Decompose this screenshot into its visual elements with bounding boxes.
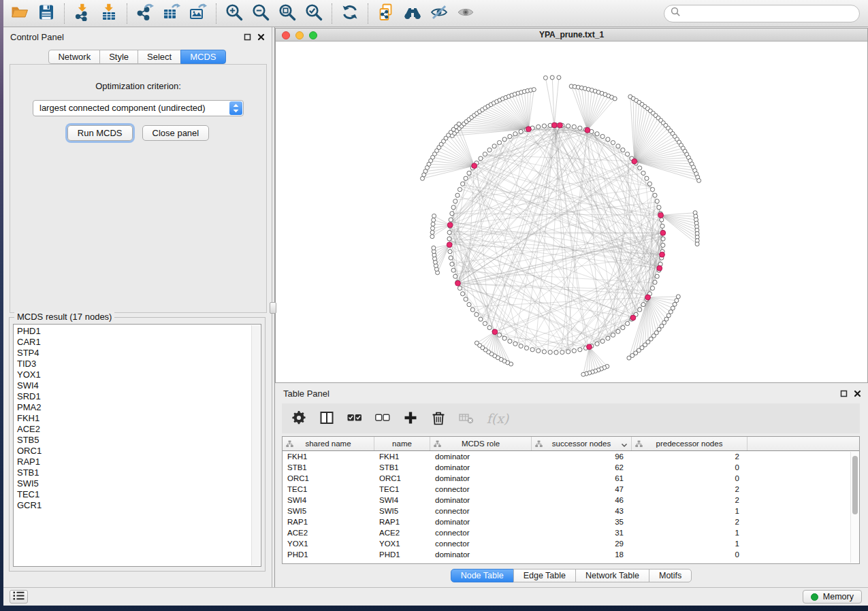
cell[interactable]: dominator <box>430 518 532 526</box>
cell[interactable]: FKH1 <box>283 452 374 461</box>
duplicate-network-button[interactable] <box>375 3 397 24</box>
table-row[interactable]: FKH1FKH1dominator962 <box>283 451 859 462</box>
cell[interactable]: 2 <box>632 496 748 504</box>
cell[interactable]: dominator <box>430 550 532 559</box>
cell[interactable]: 62 <box>532 463 632 472</box>
add-row-button[interactable] <box>402 410 419 427</box>
cell[interactable]: 0 <box>632 463 748 472</box>
cell[interactable]: 1 <box>632 529 748 537</box>
cell[interactable]: 47 <box>532 485 632 493</box>
table-row[interactable]: PHD1PHD1dominator180 <box>283 549 859 560</box>
cell[interactable]: ORC1 <box>283 474 374 482</box>
zoom-selected-button[interactable] <box>303 3 325 24</box>
float-panel-icon[interactable] <box>840 390 848 397</box>
cell[interactable]: TEC1 <box>374 485 430 493</box>
cell[interactable]: SWI4 <box>374 496 430 504</box>
column-header-successor-nodes[interactable]: successor nodes <box>532 437 632 450</box>
network-graph[interactable] <box>276 42 867 382</box>
cell[interactable]: dominator <box>430 474 532 482</box>
cell[interactable]: 18 <box>532 550 632 559</box>
cell[interactable]: connector <box>430 507 532 515</box>
cell[interactable]: FKH1 <box>374 452 430 461</box>
cell[interactable]: 2 <box>632 518 748 526</box>
cell[interactable]: 2 <box>632 485 748 493</box>
tab-select[interactable]: Select <box>138 50 181 64</box>
cell[interactable]: SWI5 <box>374 507 430 515</box>
column-header-name[interactable]: name <box>374 437 430 450</box>
memory-button[interactable]: Memory <box>803 590 862 604</box>
cell[interactable]: 46 <box>532 496 632 504</box>
cell[interactable]: SWI4 <box>283 496 374 504</box>
mcds-result-item[interactable]: FKH1 <box>17 413 261 424</box>
table-scrollbar[interactable] <box>850 452 859 563</box>
mcds-result-item[interactable]: TID3 <box>17 359 261 369</box>
mcds-result-item[interactable]: ORC1 <box>17 446 261 457</box>
mcds-result-item[interactable]: SWI5 <box>17 478 261 489</box>
gear-button[interactable] <box>291 410 307 427</box>
cell[interactable]: ORC1 <box>374 474 430 482</box>
cell[interactable]: connector <box>430 485 532 493</box>
cell[interactable]: 29 <box>532 540 632 548</box>
close-panel-button[interactable]: Close panel <box>142 125 210 141</box>
zoom-out-button[interactable] <box>250 3 272 24</box>
tab-style[interactable]: Style <box>99 50 138 64</box>
cell[interactable]: 2 <box>632 452 748 461</box>
cell[interactable]: YOX1 <box>374 540 430 548</box>
cell[interactable]: RAP1 <box>283 518 374 526</box>
mcds-result-item[interactable]: SRD1 <box>17 391 261 402</box>
close-panel-icon[interactable] <box>257 33 265 41</box>
mcds-result-item[interactable]: CAR1 <box>17 337 261 348</box>
cell[interactable]: 96 <box>532 452 632 461</box>
cell[interactable]: YOX1 <box>283 540 374 548</box>
cell[interactable]: RAP1 <box>374 518 430 526</box>
cell[interactable]: STB1 <box>283 463 374 472</box>
cell[interactable]: ACE2 <box>283 529 374 537</box>
mcds-result-item[interactable]: SWI4 <box>17 380 261 391</box>
table-row[interactable]: ORC1ORC1dominator610 <box>283 473 859 484</box>
cell[interactable]: TEC1 <box>283 485 374 493</box>
cell[interactable]: 1 <box>632 507 748 515</box>
cell[interactable]: 0 <box>632 550 748 559</box>
cell[interactable]: dominator <box>430 452 532 461</box>
delete-row-button[interactable] <box>430 410 447 427</box>
column-header-predecessor-nodes[interactable]: predecessor nodes <box>632 437 748 450</box>
mcds-result-item[interactable]: STB1 <box>17 467 261 478</box>
columns-button[interactable] <box>319 410 335 427</box>
refresh-layout-button[interactable] <box>339 3 361 24</box>
mcds-result-list[interactable]: PHD1CAR1STP4TID3YOX1SWI4SRD1PMA2FKH1ACE2… <box>13 324 261 567</box>
mcds-result-item[interactable]: RAP1 <box>17 457 261 467</box>
mcds-result-item[interactable]: GCR1 <box>17 500 261 511</box>
optimization-dropdown[interactable]: largest connected component (undirected) <box>33 100 244 116</box>
cell[interactable]: connector <box>430 529 532 537</box>
cell[interactable]: 0 <box>632 474 748 482</box>
run-mcds-button[interactable]: Run MCDS <box>67 125 133 141</box>
cell[interactable]: dominator <box>430 496 532 504</box>
column-header-shared-name[interactable]: shared name <box>283 437 374 450</box>
tab-motifs[interactable]: Motifs <box>649 569 692 582</box>
table-row[interactable]: SWI5SWI5connector431 <box>283 506 859 516</box>
import-network-button[interactable] <box>71 3 93 24</box>
list-scrollbar[interactable] <box>251 325 260 565</box>
show-graphics-button[interactable] <box>455 3 477 24</box>
cell[interactable]: PHD1 <box>374 550 430 559</box>
mcds-result-item[interactable]: PMA2 <box>17 402 261 413</box>
table-row[interactable]: SWI4SWI4dominator462 <box>283 495 859 506</box>
cell[interactable]: 61 <box>532 474 632 482</box>
export-image-button[interactable] <box>187 3 209 24</box>
scrollbar-thumb[interactable] <box>852 456 858 514</box>
hide-graphics-button[interactable] <box>428 3 450 24</box>
tab-network[interactable]: Network <box>48 50 100 64</box>
birdseye-button[interactable] <box>402 3 423 24</box>
close-panel-icon[interactable] <box>854 390 861 397</box>
zoom-in-button[interactable] <box>223 3 245 24</box>
tab-mcds[interactable]: MCDS <box>180 50 225 64</box>
cell[interactable]: 1 <box>632 540 748 548</box>
select-all-button[interactable] <box>347 410 363 427</box>
cell[interactable]: connector <box>430 540 532 548</box>
network-canvas[interactable] <box>276 42 867 382</box>
search-input[interactable] <box>684 7 853 19</box>
tab-edge-table[interactable]: Edge Table <box>513 569 576 582</box>
splitter-grip[interactable] <box>270 302 276 314</box>
table-row[interactable]: ACE2ACE2connector311 <box>283 527 859 538</box>
mcds-result-item[interactable]: STB5 <box>17 435 261 446</box>
